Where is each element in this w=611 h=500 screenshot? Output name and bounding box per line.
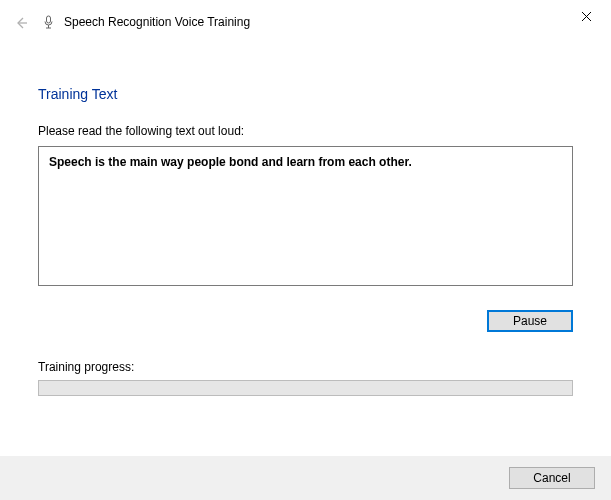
progress-label: Training progress:	[38, 360, 573, 374]
cancel-button[interactable]: Cancel	[509, 467, 595, 489]
title-bar: Speech Recognition Voice Training	[0, 0, 611, 44]
close-button[interactable]	[571, 4, 601, 28]
pause-row: Pause	[38, 310, 573, 332]
svg-rect-0	[46, 16, 50, 23]
training-text: Speech is the main way people bond and l…	[49, 155, 412, 169]
instruction-text: Please read the following text out loud:	[38, 124, 573, 138]
pause-button[interactable]: Pause	[487, 310, 573, 332]
main-content: Training Text Please read the following …	[0, 86, 611, 396]
window-title: Speech Recognition Voice Training	[64, 15, 250, 29]
footer-bar: Cancel	[0, 456, 611, 500]
progress-bar	[38, 380, 573, 396]
close-icon	[581, 11, 592, 22]
microphone-icon	[40, 14, 56, 30]
training-text-box: Speech is the main way people bond and l…	[38, 146, 573, 286]
section-heading: Training Text	[38, 86, 573, 102]
back-arrow-icon	[12, 14, 30, 32]
